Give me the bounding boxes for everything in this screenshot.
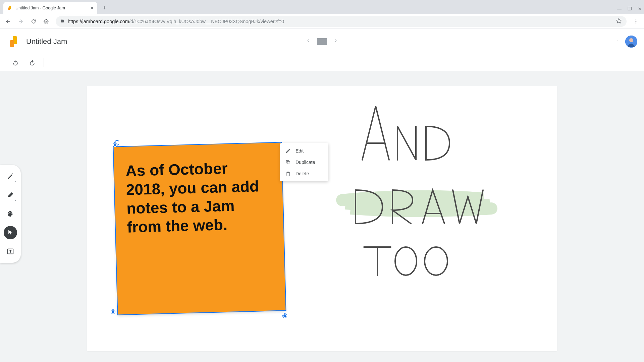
arrow-right-icon (18, 18, 24, 24)
redo-icon (29, 59, 36, 66)
context-menu-duplicate-label: Duplicate (296, 160, 315, 165)
window-controls: — ❐ ✕ (617, 6, 644, 11)
kebab-icon (633, 19, 639, 24)
palette-icon (7, 210, 14, 218)
jam-board[interactable]: As of October 2018, you can add notes to… (87, 86, 557, 351)
undo-button[interactable] (10, 57, 21, 68)
eraser-tool[interactable] (4, 188, 17, 202)
text-box-tool[interactable] (4, 245, 17, 258)
url-host: https://jamboard.google.com (68, 19, 129, 24)
maximize-icon[interactable]: ❐ (628, 6, 632, 11)
pencil-icon (285, 148, 291, 154)
handwriting-drawing (329, 100, 543, 307)
app-header: Untitled Jam (0, 29, 644, 54)
svg-rect-1 (8, 8, 10, 10)
svg-rect-13 (286, 161, 289, 163)
svg-rect-12 (287, 161, 290, 164)
svg-point-11 (629, 38, 633, 42)
eraser-icon (7, 191, 14, 199)
canvas-area: As of October 2018, you can add notes to… (0, 71, 644, 362)
context-menu-duplicate[interactable]: Duplicate (280, 157, 328, 168)
browser-tab-strip: Untitled Jam - Google Jam ✕ + — ❐ ✕ (0, 0, 644, 14)
duplicate-icon (285, 160, 291, 165)
svg-point-7 (618, 40, 618, 40)
document-title[interactable]: Untitled Jam (26, 37, 67, 46)
tab-title: Untitled Jam - Google Jam (15, 6, 65, 10)
reload-button[interactable] (28, 16, 39, 27)
chevron-right-icon (334, 38, 338, 44)
svg-point-2 (636, 19, 637, 20)
sticky-note-selection[interactable]: As of October 2018, you can add notes to… (112, 141, 287, 316)
lock-icon (60, 18, 64, 24)
kebab-icon (617, 37, 619, 44)
svg-point-14 (395, 247, 417, 275)
close-window-icon[interactable]: ✕ (638, 6, 642, 11)
pen-icon (7, 173, 14, 180)
forward-button[interactable] (15, 16, 26, 27)
sticky-note[interactable]: As of October 2018, you can add notes to… (114, 143, 286, 315)
next-frame-button[interactable] (332, 36, 340, 47)
select-tool[interactable] (4, 226, 17, 239)
prev-frame-button[interactable] (304, 36, 312, 47)
close-tab-icon[interactable]: ✕ (90, 5, 94, 11)
app-more-menu[interactable] (617, 37, 619, 46)
reload-icon (31, 18, 37, 24)
resize-handle-bl[interactable] (111, 310, 115, 314)
undo-icon (12, 59, 19, 66)
hand-text-too (364, 247, 447, 276)
browser-toolbar: https://jamboard.google.com/d/1Cz6JX4Osv… (0, 14, 644, 29)
secondary-toolbar (0, 54, 644, 71)
svg-point-4 (636, 22, 637, 23)
cursor-icon (7, 229, 14, 236)
avatar-image (625, 36, 637, 48)
svg-point-18 (11, 212, 11, 213)
svg-point-17 (9, 212, 10, 213)
jamboard-logo-icon[interactable] (7, 35, 20, 48)
address-bar[interactable]: https://jamboard.google.com/d/1Cz6JX4Osv… (56, 16, 627, 27)
toolbar-separator (44, 58, 44, 67)
jamboard-favicon (7, 5, 13, 11)
home-button[interactable] (41, 16, 52, 27)
user-avatar[interactable] (625, 36, 637, 48)
context-menu: Edit Duplicate Delete (280, 143, 328, 181)
bookmark-star-icon[interactable] (616, 18, 622, 25)
minimize-icon[interactable]: — (617, 6, 622, 11)
svg-point-9 (618, 41, 618, 41)
home-icon (43, 18, 49, 24)
redo-button[interactable] (27, 57, 38, 68)
sticky-note-text: As of October 2018, you can add notes to… (125, 158, 272, 237)
resize-handle-br[interactable] (283, 314, 287, 318)
svg-point-16 (8, 213, 9, 214)
palette-tool[interactable] (4, 207, 17, 221)
chevron-left-icon (306, 38, 310, 44)
pen-tool[interactable] (4, 170, 17, 183)
tool-panel (0, 165, 21, 263)
frame-navigator (304, 36, 340, 47)
url-path: /d/1Cz6JX4OsvvjVqih_kUOsAJ0bw__NEOJP03XQ… (129, 19, 284, 24)
svg-point-19 (11, 213, 12, 214)
frame-indicator[interactable] (317, 38, 327, 45)
svg-point-15 (425, 247, 447, 275)
context-menu-delete[interactable]: Delete (280, 168, 328, 179)
svg-rect-6 (10, 40, 14, 47)
trash-icon (285, 171, 291, 176)
svg-point-8 (618, 41, 618, 41)
text-box-icon (7, 248, 14, 255)
context-menu-delete-label: Delete (296, 171, 309, 176)
back-button[interactable] (3, 16, 13, 27)
arrow-left-icon (5, 18, 11, 24)
context-menu-edit-label: Edit (296, 148, 304, 154)
browser-tab[interactable]: Untitled Jam - Google Jam ✕ (3, 2, 97, 14)
svg-point-3 (636, 21, 637, 22)
new-tab-button[interactable]: + (100, 3, 109, 13)
resize-handle-tl[interactable] (113, 143, 117, 147)
hand-text-and (362, 106, 449, 160)
context-menu-edit[interactable]: Edit (280, 145, 328, 157)
chrome-menu-button[interactable] (631, 16, 641, 27)
